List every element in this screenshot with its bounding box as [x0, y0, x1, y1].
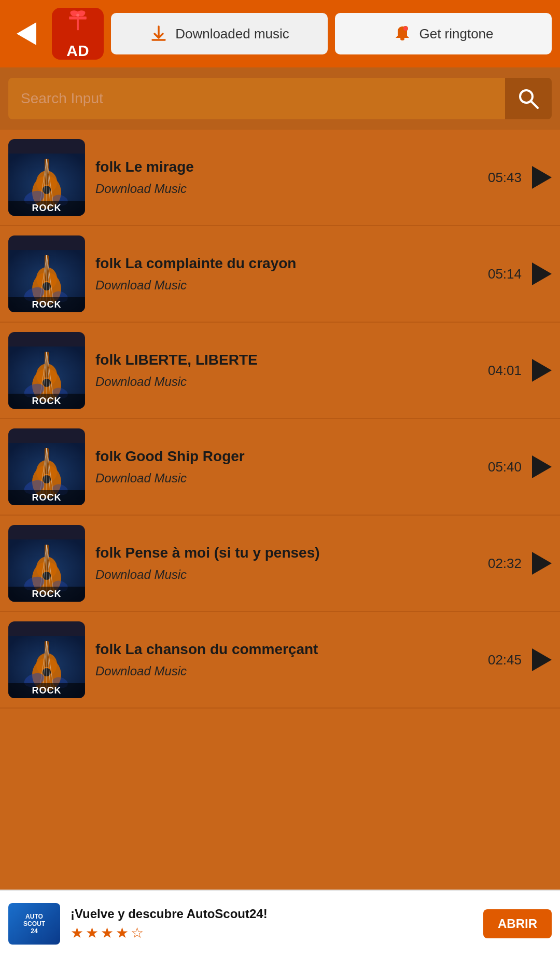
back-button[interactable]	[8, 16, 45, 52]
album-art-4: ROCK	[8, 428, 85, 505]
genre-label: ROCK	[8, 490, 85, 505]
ad-stars: ★ ★ ★ ★ ☆	[71, 924, 473, 941]
scout-text: SCOUT	[23, 920, 45, 927]
music-info-4: folk Good Ship Roger Download Music	[95, 448, 478, 486]
app-header: AD Downloaded music Get ringtone	[0, 0, 560, 67]
music-item-1: ROCK folk Le mirage Download Music 05:43	[0, 130, 560, 226]
star-half: ☆	[131, 924, 144, 941]
music-info-3: folk LIBERTE, LIBERTE Download Music	[95, 352, 478, 389]
play-button-6[interactable]	[532, 648, 552, 671]
music-item-5: ROCK folk Pense à moi (si tu y penses) D…	[0, 516, 560, 612]
auto-text: AUTO	[25, 913, 43, 920]
star-2: ★	[86, 924, 99, 941]
music-title-2: folk La complainte du crayon	[95, 255, 478, 272]
star-3: ★	[101, 924, 114, 941]
music-title-1: folk Le mirage	[95, 159, 478, 175]
music-meta-4: 05:40	[488, 455, 552, 478]
genre-label: ROCK	[8, 683, 85, 698]
ad-logo-text: AD	[66, 42, 89, 60]
music-duration-4: 05:40	[488, 459, 522, 475]
ad-title: ¡Vuelve y descubre AutoScout24!	[71, 907, 473, 921]
play-button-4[interactable]	[532, 455, 552, 478]
music-duration-1: 05:43	[488, 170, 522, 186]
bell-icon	[393, 24, 412, 43]
num-text: 24	[31, 927, 37, 935]
music-info-2: folk La complainte du crayon Download Mu…	[95, 255, 478, 293]
album-art-3: ROCK	[8, 332, 85, 409]
get-ringtone-button[interactable]: Get ringtone	[335, 13, 552, 54]
music-info-6: folk La chanson du commerçant Download M…	[95, 641, 478, 678]
ad-logo-decoration	[52, 8, 104, 33]
music-item-6: ROCK folk La chanson du commerçant Downl…	[0, 612, 560, 709]
music-duration-2: 05:14	[488, 266, 522, 282]
music-title-3: folk LIBERTE, LIBERTE	[95, 352, 478, 368]
music-info-5: folk Pense à moi (si tu y penses) Downlo…	[95, 545, 478, 582]
play-button-5[interactable]	[532, 552, 552, 575]
downloaded-music-label: Downloaded music	[175, 26, 289, 42]
star-1: ★	[71, 924, 83, 941]
genre-label: ROCK	[8, 201, 85, 216]
search-button[interactable]	[505, 78, 552, 119]
search-input[interactable]	[8, 78, 505, 119]
download-icon	[149, 24, 168, 43]
album-art-1: ROCK	[8, 139, 85, 216]
music-item-3: ROCK folk LIBERTE, LIBERTE Download Musi…	[0, 323, 560, 419]
downloaded-music-button[interactable]: Downloaded music	[111, 13, 328, 54]
music-title-6: folk La chanson du commerçant	[95, 641, 478, 658]
abrir-button[interactable]: ABRIR	[483, 909, 552, 938]
music-subtitle-5: Download Music	[95, 567, 478, 582]
genre-label: ROCK	[8, 587, 85, 602]
music-subtitle-1: Download Music	[95, 182, 478, 196]
music-list: ROCK folk Le mirage Download Music 05:43	[0, 130, 560, 709]
genre-label: ROCK	[8, 297, 85, 312]
music-item-4: ROCK folk Good Ship Roger Download Music…	[0, 419, 560, 516]
music-duration-3: 04:01	[488, 363, 522, 379]
svg-point-5	[400, 37, 404, 40]
ad-banner: AUTO SCOUT 24 ¡Vuelve y descubre AutoSco…	[0, 890, 560, 957]
search-icon	[517, 87, 540, 110]
music-info-1: folk Le mirage Download Music	[95, 159, 478, 196]
music-item-2: ROCK folk La complainte du crayon Downlo…	[0, 226, 560, 323]
music-subtitle-4: Download Music	[95, 471, 478, 486]
music-duration-5: 02:32	[488, 556, 522, 572]
svg-rect-3	[77, 17, 79, 30]
svg-line-9	[531, 101, 538, 108]
album-art-5: ROCK	[8, 525, 85, 602]
music-subtitle-3: Download Music	[95, 375, 478, 389]
music-meta-3: 04:01	[488, 359, 552, 382]
play-button-1[interactable]	[532, 166, 552, 189]
search-bar	[0, 67, 560, 130]
music-duration-6: 02:45	[488, 652, 522, 668]
ad-logo: AD	[52, 8, 104, 60]
play-button-3[interactable]	[532, 359, 552, 382]
autoscout-logo: AUTO SCOUT 24	[8, 903, 60, 945]
star-4: ★	[116, 924, 129, 941]
album-art-2: ROCK	[8, 235, 85, 312]
back-arrow-icon	[17, 22, 36, 45]
music-subtitle-6: Download Music	[95, 664, 478, 678]
get-ringtone-label: Get ringtone	[419, 26, 493, 42]
play-button-2[interactable]	[532, 262, 552, 285]
svg-point-0	[76, 14, 79, 17]
music-meta-6: 02:45	[488, 648, 552, 671]
music-meta-1: 05:43	[488, 166, 552, 189]
music-meta-5: 02:32	[488, 552, 552, 575]
svg-point-7	[403, 26, 408, 31]
genre-label: ROCK	[8, 394, 85, 409]
music-title-4: folk Good Ship Roger	[95, 448, 478, 465]
music-title-5: folk Pense à moi (si tu y penses)	[95, 545, 478, 561]
album-art-6: ROCK	[8, 621, 85, 698]
music-subtitle-2: Download Music	[95, 278, 478, 293]
music-meta-2: 05:14	[488, 262, 552, 285]
ad-content: ¡Vuelve y descubre AutoScout24! ★ ★ ★ ★ …	[71, 907, 473, 941]
